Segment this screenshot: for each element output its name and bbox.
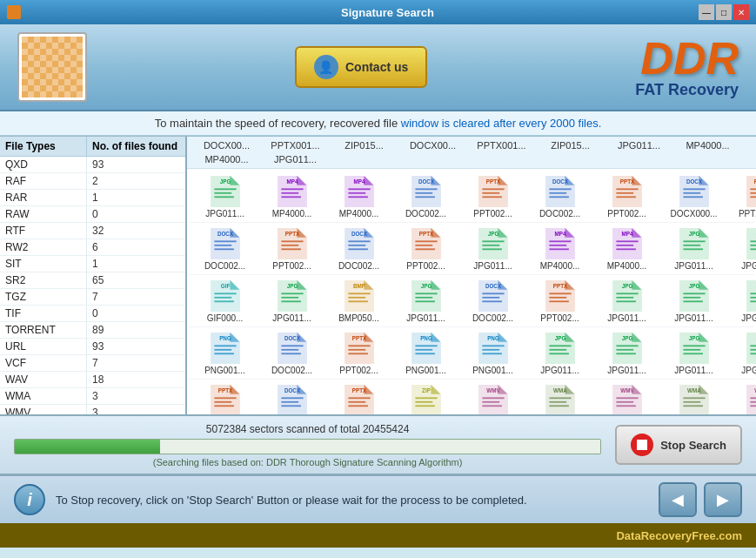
file-item[interactable]: PNG PNG001... [192, 329, 258, 377]
footer: DataRecoveryFree.com [0, 523, 756, 548]
file-item[interactable]: PPTX PPT002... [192, 381, 258, 414]
footer-text: DataRecoveryFree.com [616, 529, 742, 542]
file-item[interactable]: WMV WMV000... [460, 381, 525, 414]
file-item[interactable]: PNG PNG001... [460, 329, 525, 377]
file-label: JPG011... [596, 366, 659, 375]
file-item[interactable]: JPG JPG011... [728, 329, 756, 377]
file-item[interactable]: ZIP ZIP015... [393, 381, 458, 414]
file-item[interactable]: PPTX PPT002... [393, 225, 458, 272]
file-item[interactable]: JPG JPG011... [661, 277, 726, 325]
file-item[interactable]: PPTX PPTX001... [326, 381, 391, 414]
file-item[interactable]: MP4 MP4000... [527, 225, 592, 272]
file-item[interactable]: DOCX DOC002... [460, 277, 525, 325]
file-item[interactable]: JPG JPG011... [594, 329, 659, 377]
file-item[interactable]: PPTX PPT002... [460, 172, 525, 220]
file-item[interactable]: MP4 MP4000... [594, 225, 659, 272]
file-type-row: TGZ7 [0, 289, 185, 306]
svg-rect-99 [616, 245, 633, 246]
file-item[interactable]: JPG JPG011... [728, 225, 756, 272]
svg-rect-147 [482, 297, 499, 299]
maximize-button[interactable]: □ [716, 4, 732, 20]
file-item[interactable]: PPTX PPTX001... [728, 172, 756, 220]
file-item[interactable]: DOCX DOCX000... [661, 172, 726, 220]
file-item[interactable]: DOCX DOC002... [527, 172, 592, 220]
progress-bar-container [14, 439, 601, 454]
svg-rect-20 [415, 188, 437, 190]
file-item[interactable]: DOCX DOC002... [259, 329, 324, 377]
file-label: DOC002... [261, 366, 324, 375]
file-label: BMP050... [328, 313, 391, 323]
file-types-list[interactable]: QXD93RAF2RAR1RAW0RTF32RW26SIT1SR265TGZ7T… [0, 157, 185, 414]
file-item[interactable]: JPG JPG011... [594, 277, 659, 325]
jpg-icon: JPG [275, 279, 310, 313]
file-item[interactable]: PPTX PPT002... [594, 172, 659, 220]
file-item[interactable]: DOCX DOC002... [326, 225, 391, 272]
status-bar: i To Stop recovery, click on 'Stop Searc… [0, 475, 756, 523]
file-item[interactable]: JPG JPG011... [661, 225, 726, 272]
close-button[interactable]: ✕ [733, 4, 749, 20]
svg-rect-158 [616, 292, 638, 294]
file-item[interactable]: JPG JPG011... [728, 277, 756, 325]
svg-rect-272 [549, 397, 571, 399]
file-item[interactable]: JPG JPG011... [192, 172, 258, 220]
file-item[interactable]: WMV WMV000... [594, 381, 659, 414]
svg-rect-146 [482, 292, 504, 294]
minimize-button[interactable]: — [699, 4, 714, 20]
svg-text:MP4: MP4 [621, 231, 632, 237]
file-item[interactable]: MP4 MP4000... [259, 172, 324, 220]
mp4-icon: MP4 [342, 174, 377, 209]
svg-rect-189 [281, 349, 298, 351]
file-label: JPG011... [663, 366, 726, 375]
svg-rect-224 [683, 345, 705, 346]
svg-text:JPG: JPG [688, 335, 699, 341]
file-item[interactable]: PNG PNG001... [393, 329, 458, 377]
file-type-row: WAV18 [0, 372, 185, 388]
prev-button[interactable]: ◀ [659, 482, 697, 517]
svg-rect-28 [482, 196, 502, 198]
next-button[interactable]: ▶ [704, 482, 742, 517]
file-item[interactable]: WMV WMV000... [728, 381, 756, 414]
file-item[interactable]: WMA WMA000... [527, 381, 592, 414]
file-item[interactable]: PPTX PPT002... [527, 277, 592, 325]
file-label: MP4000... [261, 209, 324, 218]
file-item[interactable]: JPG JPG011... [460, 225, 525, 272]
contact-button[interactable]: 👤 Contact us [295, 46, 427, 88]
svg-rect-248 [281, 397, 303, 399]
file-type-row: RAW0 [0, 206, 185, 223]
svg-rect-124 [214, 300, 234, 302]
svg-rect-98 [616, 240, 638, 242]
file-item[interactable]: MP4 MP4000... [326, 172, 391, 220]
file-types-panel: File Types No. of files found QXD93RAF2R… [0, 137, 187, 414]
file-item[interactable]: WMA WMA000... [661, 381, 726, 414]
file-label: MP4000... [328, 209, 391, 218]
title-bar: Signature Search — □ ✕ [0, 0, 756, 24]
svg-rect-273 [549, 401, 566, 403]
file-item[interactable]: JPG JPG011... [661, 329, 726, 377]
file-item[interactable]: DOCX DOC002... [393, 172, 458, 220]
svg-rect-254 [348, 397, 370, 399]
file-item[interactable]: PPTX PPT002... [326, 329, 391, 377]
ft-type: WMV [0, 405, 87, 414]
ft-type: RTF [0, 223, 87, 239]
jpg-icon: JPG [677, 279, 712, 313]
svg-text:JPG: JPG [554, 335, 565, 341]
ft-count: 1 [87, 256, 185, 272]
svg-rect-80 [415, 240, 437, 242]
file-item[interactable]: JPG JPG011... [527, 329, 592, 377]
ft-type: TORRENT [0, 322, 87, 338]
svg-rect-9 [281, 192, 298, 194]
ft-count: 3 [87, 405, 185, 414]
stop-search-button[interactable]: Stop Search [615, 425, 742, 465]
svg-rect-172 [750, 300, 756, 302]
svg-text:DOCX: DOCX [284, 387, 300, 393]
file-item[interactable]: GIF GIF000... [192, 277, 258, 325]
ft-count: 2 [87, 173, 185, 189]
file-item[interactable]: BMP BMP050... [326, 277, 391, 325]
file-item[interactable]: JPG JPG011... [259, 277, 324, 325]
file-item[interactable]: DOCX DOC002... [192, 225, 258, 272]
file-item[interactable]: JPG JPG011... [393, 277, 458, 325]
svg-rect-81 [415, 245, 432, 246]
file-item[interactable]: PPTX PPT002... [259, 225, 324, 272]
file-item[interactable]: DOCX DOCX00... [259, 381, 324, 414]
grid-header-item: JPG011... [606, 140, 672, 151]
